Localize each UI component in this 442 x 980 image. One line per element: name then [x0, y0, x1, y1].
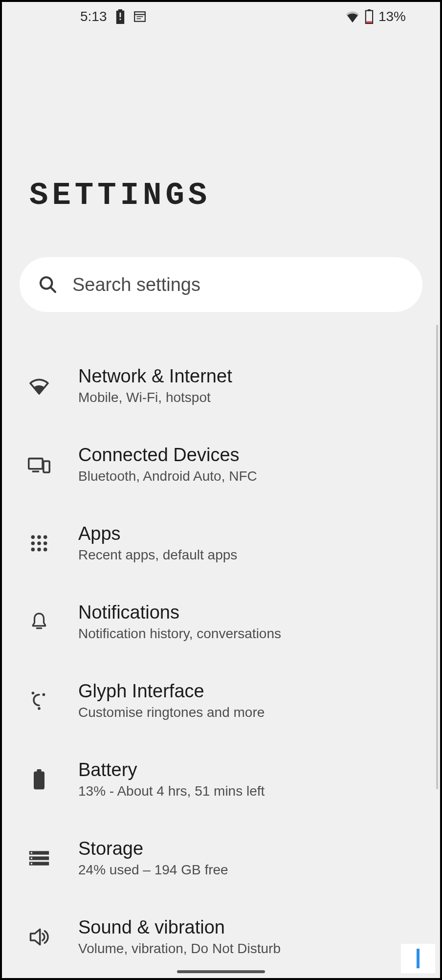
svg-point-22: [43, 693, 45, 696]
svg-rect-25: [34, 771, 44, 789]
svg-rect-26: [37, 769, 41, 772]
item-title: Glyph Interface: [78, 681, 265, 702]
scrollbar[interactable]: [436, 325, 438, 789]
item-subtitle: Customise ringtones and more: [78, 705, 265, 720]
svg-rect-11: [44, 461, 49, 472]
item-subtitle: Mobile, Wi-Fi, hotspot: [78, 390, 232, 405]
overlay-artifact: [401, 944, 435, 973]
search-settings[interactable]: Search settings: [20, 257, 422, 312]
svg-point-17: [44, 541, 47, 545]
svg-rect-5: [368, 9, 370, 11]
item-subtitle: Bluetooth, Android Auto, NFC: [78, 468, 257, 484]
page-title: SETTINGS: [29, 178, 440, 213]
storage-icon: [27, 846, 51, 870]
calendar-icon: [133, 10, 146, 23]
search-icon: [37, 274, 59, 295]
svg-rect-6: [366, 22, 372, 23]
item-title: Network & Internet: [78, 366, 232, 387]
svg-point-24: [38, 707, 41, 710]
settings-item-connected-devices[interactable]: Connected Devices Bluetooth, Android Aut…: [2, 425, 430, 504]
svg-point-18: [31, 547, 35, 551]
settings-item-apps[interactable]: Apps Recent apps, default apps: [2, 504, 430, 582]
speaker-icon: [27, 925, 51, 949]
settings-item-storage[interactable]: Storage 24% used – 194 GB free: [2, 819, 430, 897]
item-title: Apps: [78, 523, 237, 544]
svg-point-15: [31, 541, 35, 545]
item-subtitle: 13% - About 4 hrs, 51 mins left: [78, 783, 265, 799]
battery-icon: [27, 768, 51, 791]
nav-indicator[interactable]: [177, 970, 265, 973]
svg-point-31: [31, 857, 33, 859]
svg-point-16: [37, 541, 41, 545]
search-placeholder: Search settings: [72, 274, 200, 295]
item-title: Notifications: [78, 602, 281, 623]
svg-point-20: [44, 547, 47, 551]
item-title: Storage: [78, 838, 228, 859]
glyph-icon: [27, 689, 51, 713]
svg-line-8: [50, 287, 55, 292]
item-title: Sound & vibration: [78, 917, 281, 938]
svg-point-13: [37, 535, 41, 539]
settings-item-notifications[interactable]: Notifications Notification history, conv…: [2, 582, 430, 661]
wifi-icon: [27, 374, 51, 398]
settings-item-battery[interactable]: Battery 13% - About 4 hrs, 51 mins left: [2, 740, 430, 819]
item-subtitle: Volume, vibration, Do Not Disturb: [78, 941, 281, 957]
bell-icon: [27, 610, 51, 634]
item-title: Connected Devices: [78, 445, 257, 466]
item-subtitle: Recent apps, default apps: [78, 547, 237, 563]
status-bar: 5:13: [2, 2, 440, 31]
item-subtitle: 24% used – 194 GB free: [78, 862, 228, 878]
svg-point-23: [32, 691, 35, 694]
svg-point-32: [31, 863, 33, 865]
battery-alert-icon: [115, 9, 126, 24]
settings-item-glyph[interactable]: Glyph Interface Customise ringtones and …: [2, 661, 430, 740]
settings-item-sound[interactable]: Sound & vibration Volume, vibration, Do …: [2, 897, 430, 976]
item-title: Battery: [78, 759, 265, 780]
svg-point-30: [31, 852, 33, 854]
status-right: 13%: [345, 9, 406, 24]
status-left: 5:13: [80, 9, 146, 24]
battery-percent-text: 13%: [378, 9, 406, 24]
settings-item-network[interactable]: Network & Internet Mobile, Wi-Fi, hotspo…: [2, 346, 430, 425]
apps-grid-icon: [27, 532, 51, 555]
svg-point-12: [31, 535, 35, 539]
svg-point-19: [37, 547, 41, 551]
battery-status-icon: [365, 9, 374, 24]
devices-icon: [27, 453, 51, 476]
svg-rect-9: [29, 458, 43, 468]
svg-point-14: [44, 535, 47, 539]
wifi-icon: [345, 11, 360, 22]
status-time: 5:13: [80, 9, 107, 24]
item-subtitle: Notification history, conversations: [78, 626, 281, 642]
settings-list: Network & Internet Mobile, Wi-Fi, hotspo…: [2, 346, 440, 976]
